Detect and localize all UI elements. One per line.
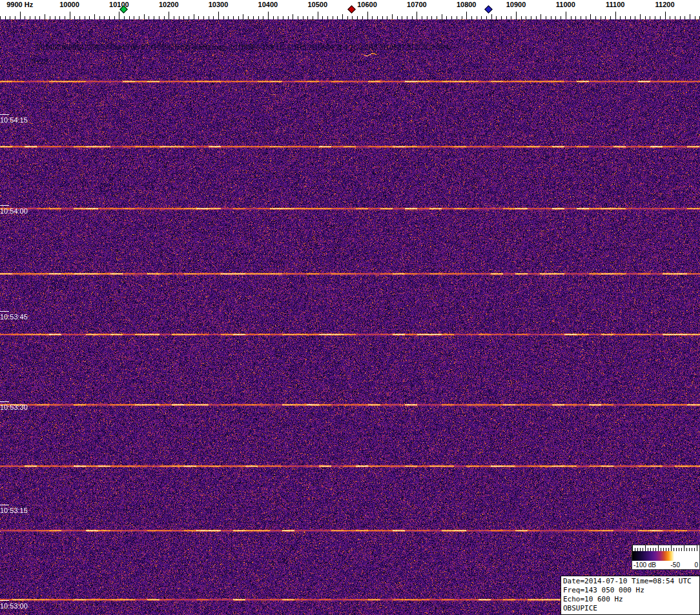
frequency-label: 9900 Hz — [1, 1, 39, 8]
frequency-label: 10200 — [149, 1, 188, 8]
time-label-text: 10:54:00 — [0, 207, 28, 215]
frequency-tick — [392, 14, 393, 19]
time-label-text: 10:53:45 — [0, 313, 28, 321]
frequency-label: 11100 — [596, 1, 635, 8]
time-tick-icon — [0, 505, 9, 505]
frequency-tick — [243, 14, 243, 19]
frequency-tick — [119, 12, 119, 19]
observation-info-box: Date=2014-07-10 Time=08:54 UTC Freq=143 … — [561, 576, 700, 615]
spectrogram-canvas[interactable] — [0, 19, 700, 615]
frequency-tick — [566, 12, 566, 19]
legend-label-mid: -50 — [671, 561, 680, 569]
frequency-tick — [590, 14, 591, 19]
frequency-tick — [70, 12, 70, 19]
frequency-tick — [218, 12, 219, 19]
frequency-tick — [367, 12, 368, 19]
info-echo-line: Echo=10 600 Hz — [563, 595, 697, 604]
time-label-text: 10:53:00 — [0, 602, 28, 610]
frequency-label: 10500 — [298, 1, 337, 8]
time-label: 10:53:45 — [0, 311, 28, 321]
frequency-tick — [194, 14, 194, 19]
frequency-tick — [466, 12, 467, 19]
frequency-tick — [342, 14, 343, 19]
frequency-tick — [540, 14, 541, 19]
spectrogram-app: 9900 Hz100001010010200103001040010500106… — [0, 0, 700, 615]
frequency-tick — [94, 14, 95, 19]
frequency-tick — [442, 14, 442, 19]
frequency-label: 10900 — [497, 1, 535, 8]
frequency-tick — [665, 12, 666, 19]
spectrogram-area: 20140710085423960 hCnt45 nb-87 f10595 hi… — [0, 19, 700, 615]
legend-tick-ruler-icon — [632, 545, 699, 551]
frequency-label: 10700 — [397, 1, 436, 8]
frequency-label: 10100 — [99, 1, 138, 8]
frequency-tick — [20, 12, 21, 19]
info-date-line: Date=2014-07-10 Time=08:54 UTC — [563, 577, 697, 586]
db-scale-legend: -100 dB -50 0 — [632, 545, 700, 570]
legend-label-max: 0 — [694, 561, 698, 569]
frequency-tick — [45, 14, 45, 19]
time-label-text: 10:53:30 — [0, 403, 28, 411]
time-tick-icon — [0, 401, 9, 402]
frequency-tick — [293, 14, 293, 19]
frequency-tick — [417, 12, 417, 19]
legend-label-min: -100 dB — [633, 561, 656, 569]
threshold-text: ^t+23 — [30, 57, 48, 65]
frequency-tick — [491, 14, 492, 19]
frequency-tick — [690, 14, 690, 19]
detection-info-text: 20140710085423960 hCnt45 nb-87 f10595 hi… — [37, 43, 449, 51]
time-label-text: 10:53:15 — [0, 507, 28, 514]
time-tick-icon — [0, 114, 9, 115]
frequency-tick — [169, 12, 169, 19]
time-tick-icon — [0, 600, 9, 601]
time-label: 10:53:30 — [0, 401, 28, 411]
legend-labels: -100 dB -50 0 — [632, 561, 699, 569]
frequency-tick — [318, 12, 318, 19]
frequency-label: 10000 — [50, 1, 89, 8]
frequency-tick — [615, 12, 616, 19]
frequency-tick — [144, 14, 145, 19]
time-label: 10:54:15 — [0, 114, 28, 124]
time-tick-icon — [0, 205, 9, 206]
frequency-label: 10300 — [199, 1, 238, 8]
frequency-ruler[interactable]: 9900 Hz100001010010200103001040010500106… — [0, 0, 700, 19]
frequency-label: 10400 — [249, 1, 287, 8]
frequency-label: 10800 — [447, 1, 486, 8]
frequency-tick — [640, 14, 641, 19]
frequency-tick — [268, 12, 269, 19]
frequency-label: 11000 — [546, 1, 585, 8]
info-freq-line: Freq=143 050 000 Hz — [563, 586, 697, 595]
time-label: 10:54:00 — [0, 205, 28, 215]
time-tick-icon — [0, 311, 9, 312]
time-label-text: 10:54:15 — [0, 116, 28, 124]
legend-gradient-bar — [632, 551, 699, 561]
frequency-tick — [516, 12, 517, 19]
frequency-label: 11200 — [646, 1, 685, 8]
info-observatory-line: OBSUPICE — [563, 604, 697, 613]
time-label: 10:53:15 — [0, 505, 28, 514]
time-label: 10:53:00 — [0, 600, 28, 610]
